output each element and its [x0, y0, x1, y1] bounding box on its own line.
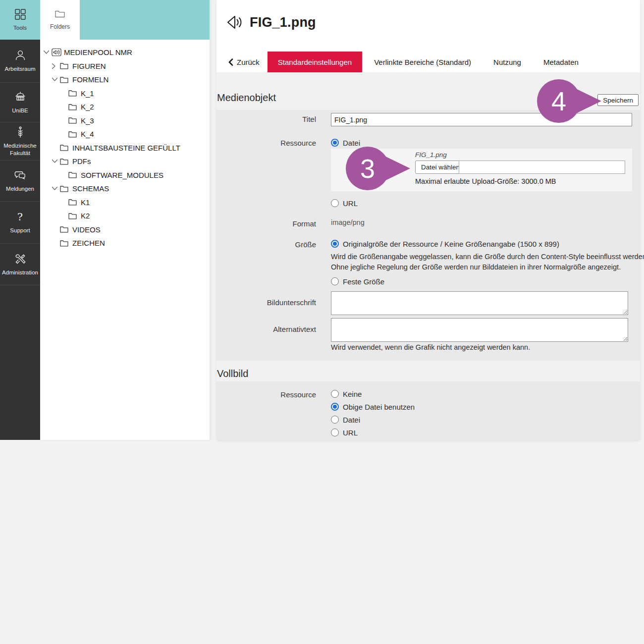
current-file-name: FIG_1.png — [415, 151, 447, 159]
radio-vollbild-keine[interactable]: Keine — [331, 389, 362, 398]
tree-item-label: K_4 — [81, 130, 94, 138]
tree-item-schemas[interactable]: SCHEMAS — [40, 182, 210, 196]
media-pool-icon — [52, 48, 61, 57]
alternativtext-textarea[interactable] — [331, 318, 628, 342]
tree-item-zeichen[interactable]: ZEICHEN — [40, 236, 210, 250]
groesse-label: Größe — [216, 240, 316, 249]
alternativtext-hint: Wird verwendet, wenn die Grafik nicht an… — [331, 343, 530, 351]
chat-icon — [14, 169, 27, 182]
folder-icon — [55, 10, 65, 20]
folders-tab-label: Folders — [50, 23, 70, 30]
chevron-down-icon[interactable] — [52, 76, 60, 83]
chevron-down-icon[interactable] — [52, 185, 60, 192]
folder-icon — [60, 144, 70, 151]
folders-panel: Folders MEDIENPOOL NMRFIGURENFORMELNK_1K… — [40, 0, 210, 440]
radio-button[interactable] — [331, 429, 339, 436]
radio-feste-groesse[interactable]: Feste Größe — [331, 277, 384, 286]
sidebar-item-label: Tools — [12, 24, 28, 31]
save-button[interactable]: Speichern — [597, 94, 639, 106]
settings-content: Medienobjekt Speichern Titel Ressource D… — [216, 72, 640, 440]
folder-icon — [68, 117, 78, 124]
chevron-left-icon — [228, 58, 233, 66]
main-content: FIG_1.png Zurück Standardeinstellungen V… — [216, 0, 640, 440]
radio-button-selected[interactable] — [331, 139, 339, 147]
titel-input[interactable] — [331, 113, 632, 126]
folder-icon — [68, 213, 78, 219]
choose-file-button[interactable]: Datei wählen — [415, 161, 466, 174]
ressource-label: Ressource — [216, 139, 316, 147]
tree-item-label: K1 — [81, 198, 90, 207]
folder-icon — [60, 185, 70, 192]
radio-originalgroesse[interactable]: Originalgröße der Ressource / Keine Größ… — [331, 239, 559, 248]
radio-button-selected[interactable] — [331, 240, 339, 248]
folder-icon — [60, 62, 70, 69]
radio-option-label: Obige Datei benutzen — [343, 403, 415, 411]
radio-button[interactable] — [331, 277, 339, 285]
chevron-right-icon[interactable] — [52, 62, 60, 69]
sidebar-item-arbeitsraum[interactable]: Arbeitsraum — [0, 40, 40, 83]
sidebar-item-unibe[interactable]: UniBE — [0, 83, 40, 122]
radio-datei[interactable]: Datei — [331, 138, 360, 147]
tree-item-k-1[interactable]: K_1 — [40, 87, 210, 101]
chevron-down-icon[interactable] — [52, 158, 60, 165]
medienobjekt-heading: Medienobjekt — [217, 92, 276, 104]
folder-tree: MEDIENPOOL NMRFIGURENFORMELNK_1K_2K_3K_4… — [40, 46, 210, 250]
tree-item-formeln[interactable]: FORMELN — [40, 73, 210, 87]
tree-item-k-4[interactable]: K_4 — [40, 127, 210, 141]
radio-button[interactable] — [331, 199, 339, 207]
sidebar-item-label: Arbeitsraum — [3, 65, 37, 72]
tree-item-software-modules[interactable]: SOFTWARE_MODULES — [40, 168, 210, 182]
tree-item-inhaltsbausteine-gef-llt[interactable]: INHALTSBAUSTEINE GEFÜLLT — [40, 141, 210, 155]
tree-item-videos[interactable]: VIDEOS — [40, 223, 210, 237]
radio-option-label: URL — [343, 429, 358, 437]
tree-item-label: INHALTSBAUSTEINE GEFÜLLT — [72, 144, 180, 152]
tab-folders[interactable]: Folders — [40, 0, 80, 40]
radio-url[interactable]: URL — [331, 199, 358, 208]
tree-item-k-2[interactable]: K_2 — [40, 100, 210, 114]
tree-item-label: K2 — [81, 212, 90, 220]
tab-bar: Zurück Standardeinstellungen Verlinkte B… — [216, 52, 640, 72]
tree-item-k-3[interactable]: K_3 — [40, 114, 210, 128]
radio-vollbild-obige-datei-benutzen[interactable]: Obige Datei benutzen — [331, 402, 415, 411]
tree-item-label: VIDEOS — [72, 225, 101, 234]
radio-button[interactable] — [331, 416, 339, 424]
radio-vollbild-datei[interactable]: Datei — [331, 415, 360, 424]
back-button[interactable]: Zurück — [225, 52, 263, 72]
radio-vollbild-url[interactable]: URL — [331, 428, 358, 437]
chevron-down-icon[interactable] — [43, 49, 52, 56]
titel-label: Titel — [216, 115, 316, 123]
sidebar-item-meldungen[interactable]: Meldungen — [0, 161, 40, 202]
radio-button[interactable] — [331, 390, 339, 398]
sidebar-filler — [0, 285, 40, 440]
tab-nutzung[interactable]: Nutzung — [483, 52, 532, 72]
tab-standardeinstellungen[interactable]: Standardeinstellungen — [268, 52, 362, 72]
sidebar-item-medizinische-fakultaet[interactable]: Medizinische Fakultät — [0, 122, 40, 161]
folder-icon — [60, 76, 70, 83]
page-title: FIG_1.png — [250, 15, 316, 30]
folder-icon — [68, 171, 78, 178]
alternativtext-label: Alternativtext — [216, 325, 316, 333]
tab-metadaten[interactable]: Metadaten — [533, 52, 589, 72]
file-upload-input[interactable] — [459, 161, 625, 174]
groesse-hint-line1: Wird die Größenangabe weggelassen, kann … — [331, 253, 644, 261]
tab-verlinkte-bereiche[interactable]: Verlinkte Bereiche (Standard) — [364, 52, 482, 72]
tree-item-medienpool-nmr[interactable]: MEDIENPOOL NMR — [40, 46, 210, 59]
caduceus-icon — [14, 126, 27, 139]
folder-icon — [68, 131, 78, 138]
expander-spacer — [60, 199, 68, 206]
tree-item-figuren[interactable]: FIGUREN — [40, 59, 210, 73]
bildunterschrift-textarea[interactable] — [331, 291, 628, 315]
tree-item-k2[interactable]: K2 — [40, 209, 210, 223]
sidebar-item-tools[interactable]: Tools — [0, 0, 40, 40]
tree-item-label: SOFTWARE_MODULES — [81, 171, 163, 179]
sidebar-item-support[interactable]: ?Support — [0, 202, 40, 244]
radio-button-selected[interactable] — [331, 403, 339, 411]
tree-item-label: K_2 — [81, 103, 94, 111]
sidebar: ToolsArbeitsraumUniBEMedizinische Fakult… — [0, 0, 40, 440]
media-object-icon — [225, 14, 245, 33]
tree-item-pdfs[interactable]: PDFs — [40, 155, 210, 168]
grid-icon — [14, 8, 27, 21]
tree-item-k1[interactable]: K1 — [40, 196, 210, 210]
sidebar-item-administration[interactable]: Administration — [0, 244, 40, 285]
bildunterschrift-label: Bildunterschrift — [216, 298, 316, 307]
